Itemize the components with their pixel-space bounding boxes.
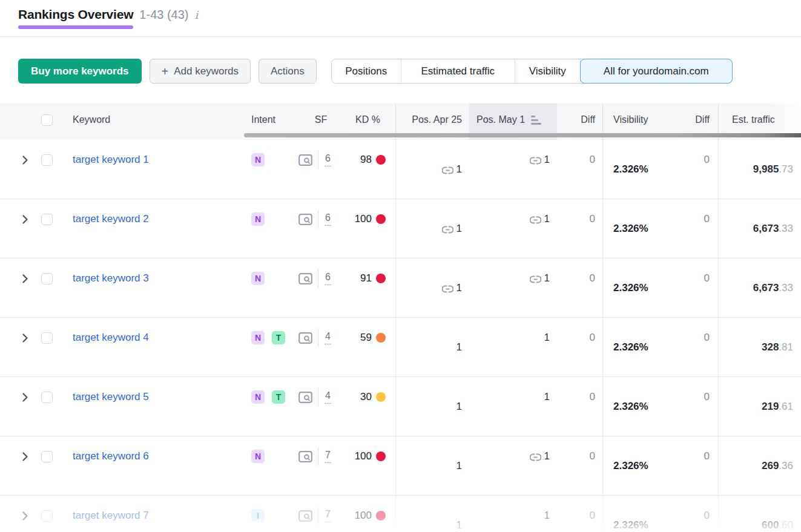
pos-may1-value: 1 bbox=[544, 213, 550, 225]
sf-count[interactable]: 7 bbox=[325, 509, 331, 522]
plus-icon: + bbox=[162, 65, 169, 77]
sf-divider bbox=[318, 388, 318, 406]
expand-chevron-icon[interactable] bbox=[22, 392, 28, 402]
view-tab-estimated-traffic[interactable]: Estimated traffic bbox=[401, 59, 515, 83]
sf-count[interactable]: 6 bbox=[325, 153, 331, 166]
serp-features-icon[interactable] bbox=[298, 451, 312, 462]
serp-link-icon[interactable] bbox=[530, 156, 541, 165]
checkbox-cell bbox=[38, 496, 64, 532]
kd-difficulty-dot bbox=[376, 392, 386, 402]
table-row: target keyword 4 NT 4 59 1 1 0 2.326% 0 … bbox=[0, 318, 801, 377]
serp-features-icon[interactable] bbox=[298, 214, 312, 225]
keyword-link[interactable]: target keyword 6 bbox=[73, 450, 149, 462]
sf-count[interactable]: 6 bbox=[325, 272, 331, 285]
diff-vis-value: 0 bbox=[704, 332, 710, 344]
traffic-decimal: .36 bbox=[779, 460, 793, 472]
row-checkbox[interactable] bbox=[41, 154, 53, 166]
expander-cell bbox=[0, 140, 38, 180]
row-checkbox[interactable] bbox=[41, 392, 53, 403]
expand-chevron-icon[interactable] bbox=[22, 511, 28, 521]
sf-count[interactable]: 4 bbox=[325, 390, 331, 404]
serp-link-icon[interactable] bbox=[530, 453, 541, 462]
sf-count[interactable]: 7 bbox=[325, 450, 331, 463]
intent-badge-n[interactable]: N bbox=[251, 272, 265, 285]
serp-features-icon[interactable] bbox=[298, 392, 312, 403]
rankings-overview-page: Rankings Overview 1-43 (43) i Buy more k… bbox=[0, 0, 801, 532]
expander-cell bbox=[0, 258, 38, 298]
column-header-keyword[interactable]: Keyword bbox=[64, 103, 244, 140]
pos-may1-value: 1 bbox=[544, 450, 550, 462]
view-tab-all-for-yourdomain-com[interactable]: All for yourdomain.com bbox=[580, 59, 733, 84]
kd-value: 59 bbox=[360, 332, 372, 344]
intent-cell: N bbox=[244, 140, 295, 180]
view-switcher: PositionsEstimated trafficVisibilityAll … bbox=[331, 59, 733, 84]
expand-chevron-icon[interactable] bbox=[22, 452, 28, 462]
visibility-value: 2.326% bbox=[613, 519, 648, 531]
sf-cell: 7 bbox=[295, 496, 346, 532]
visibility-value: 2.326% bbox=[613, 163, 648, 176]
buy-more-keywords-button[interactable]: Buy more keywords bbox=[18, 59, 142, 84]
kd-cell: 100 bbox=[346, 436, 395, 476]
keyword-link[interactable]: target keyword 5 bbox=[73, 391, 149, 403]
keyword-cell: target keyword 4 bbox=[64, 318, 244, 358]
serp-features-icon[interactable] bbox=[298, 510, 312, 522]
serp-link-icon[interactable] bbox=[442, 166, 453, 175]
intent-badge-n[interactable]: N bbox=[251, 153, 265, 166]
actions-button[interactable]: Actions bbox=[259, 59, 317, 84]
expand-chevron-icon[interactable] bbox=[22, 214, 28, 225]
intent-badge-t[interactable]: T bbox=[272, 331, 285, 344]
expand-chevron-icon[interactable] bbox=[22, 274, 28, 284]
pos-apr25-cell: 1 bbox=[395, 199, 469, 258]
sf-count[interactable]: 6 bbox=[325, 212, 331, 226]
pos-apr25-value: 1 bbox=[457, 519, 462, 531]
row-checkbox[interactable] bbox=[41, 332, 53, 344]
visibility-cell: 2.326% bbox=[602, 199, 666, 258]
keyword-link[interactable]: target keyword 4 bbox=[73, 332, 149, 344]
checkbox-cell bbox=[38, 258, 64, 298]
visibility-value: 2.326% bbox=[613, 460, 648, 472]
intent-badge-n[interactable]: N bbox=[251, 212, 265, 226]
intent-badge-n[interactable]: N bbox=[251, 390, 265, 404]
pos-apr25-cell: 1 bbox=[395, 258, 469, 318]
row-checkbox[interactable] bbox=[41, 273, 53, 284]
serp-link-icon[interactable] bbox=[442, 284, 453, 294]
diff-pos-cell: 0 bbox=[557, 318, 602, 358]
intent-badge-t[interactable]: T bbox=[272, 390, 285, 404]
keyword-link[interactable]: target keyword 3 bbox=[73, 272, 149, 284]
diff-pos-value: 0 bbox=[590, 213, 595, 225]
keyword-link[interactable]: target keyword 7 bbox=[73, 510, 149, 522]
info-icon[interactable]: i bbox=[195, 8, 199, 28]
serp-features-icon[interactable] bbox=[298, 332, 312, 344]
kd-difficulty-dot bbox=[376, 511, 386, 521]
pos-may1-cell: 1 bbox=[469, 140, 557, 180]
expander-cell bbox=[0, 377, 38, 417]
serp-link-icon[interactable] bbox=[530, 275, 541, 284]
pos-apr25-value: 1 bbox=[457, 401, 462, 413]
keyword-link[interactable]: target keyword 1 bbox=[73, 154, 149, 166]
serp-features-icon[interactable] bbox=[298, 273, 312, 284]
kd-difficulty-dot bbox=[376, 274, 386, 283]
add-keywords-button[interactable]: + Add keywords bbox=[150, 59, 251, 84]
pos-may1-cell: 1 bbox=[469, 199, 557, 239]
row-checkbox[interactable] bbox=[41, 510, 53, 522]
keyword-link[interactable]: target keyword 2 bbox=[73, 213, 149, 225]
view-tab-visibility[interactable]: Visibility bbox=[515, 59, 581, 83]
row-checkbox[interactable] bbox=[41, 214, 53, 225]
intent-badge-i[interactable]: I bbox=[251, 509, 265, 522]
expand-chevron-icon[interactable] bbox=[22, 333, 28, 343]
serp-link-icon[interactable] bbox=[530, 215, 541, 225]
sf-count[interactable]: 4 bbox=[325, 331, 331, 344]
view-tab-positions[interactable]: Positions bbox=[332, 59, 401, 83]
expand-chevron-icon[interactable] bbox=[22, 155, 28, 165]
horizontal-scrollbar[interactable] bbox=[244, 133, 801, 137]
intent-badge-n[interactable]: N bbox=[251, 331, 265, 344]
row-checkbox[interactable] bbox=[41, 451, 53, 462]
select-all-checkbox[interactable] bbox=[41, 114, 53, 126]
intent-cell: N bbox=[244, 199, 295, 239]
traffic-decimal: .73 bbox=[779, 163, 793, 176]
sf-cell: 6 bbox=[295, 140, 346, 180]
serp-link-icon[interactable] bbox=[442, 225, 453, 234]
serp-features-icon[interactable] bbox=[298, 154, 312, 166]
intent-badge-n[interactable]: N bbox=[251, 450, 265, 463]
visibility-cell: 2.326% bbox=[602, 436, 666, 496]
